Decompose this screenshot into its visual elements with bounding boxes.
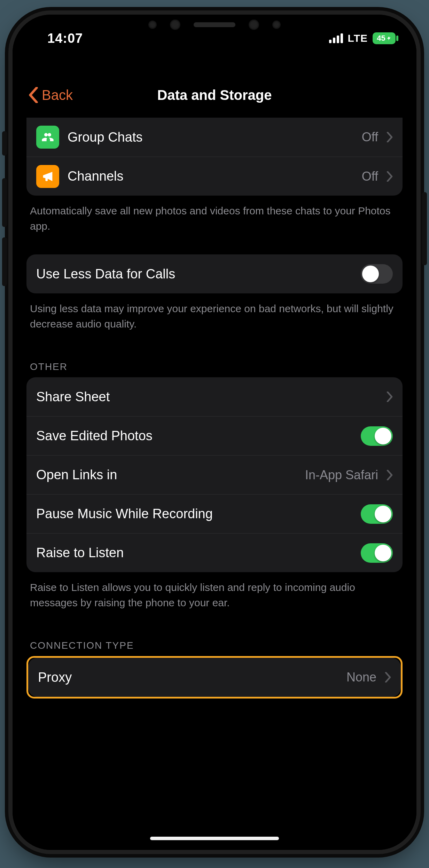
content: Group Chats Off Channels Off Automatical… bbox=[13, 118, 416, 850]
chevron-left-icon bbox=[29, 87, 38, 103]
row-group-chats[interactable]: Group Chats Off bbox=[26, 118, 403, 157]
chevron-right-icon bbox=[387, 470, 393, 480]
row-value: In-App Safari bbox=[305, 468, 378, 482]
channels-icon bbox=[36, 165, 59, 188]
row-channels[interactable]: Channels Off bbox=[26, 157, 403, 196]
row-label: Channels bbox=[68, 169, 353, 184]
other-footer: Raise to Listen allows you to quickly li… bbox=[26, 572, 403, 610]
battery-level: 45 bbox=[377, 34, 385, 43]
chevron-right-icon bbox=[385, 672, 391, 682]
calls-group: Use Less Data for Calls bbox=[26, 254, 403, 293]
row-save-edited-photos: Save Edited Photos bbox=[26, 416, 403, 455]
back-label: Back bbox=[42, 87, 73, 103]
row-label: Proxy bbox=[38, 670, 338, 685]
camera-icon bbox=[170, 19, 180, 30]
toggle-save-edited-photos[interactable] bbox=[361, 426, 393, 446]
row-share-sheet[interactable]: Share Sheet bbox=[26, 377, 403, 416]
toggle-less-data[interactable] bbox=[361, 264, 393, 284]
other-group: Share Sheet Save Edited Photos Open Link… bbox=[26, 377, 403, 572]
row-label: Open Links in bbox=[36, 467, 297, 482]
autosave-footer: Automatically save all new photos and vi… bbox=[26, 196, 403, 234]
status-time: 14:07 bbox=[47, 27, 83, 46]
row-label: Group Chats bbox=[68, 130, 353, 145]
row-label: Use Less Data for Calls bbox=[36, 267, 352, 282]
row-pause-music: Pause Music While Recording bbox=[26, 494, 403, 533]
row-label: Share Sheet bbox=[36, 389, 378, 404]
connection-header: CONNECTION TYPE bbox=[26, 640, 403, 656]
power-button bbox=[422, 192, 427, 265]
cellular-signal-icon bbox=[329, 33, 343, 43]
home-indicator[interactable] bbox=[150, 837, 279, 840]
chevron-right-icon bbox=[387, 392, 393, 402]
row-label: Pause Music While Recording bbox=[36, 506, 352, 521]
row-open-links[interactable]: Open Links in In-App Safari bbox=[26, 455, 403, 494]
phone-frame: 14:07 LTE 45 Back Dat bbox=[13, 15, 416, 850]
camera-icon bbox=[249, 19, 259, 30]
row-value: Off bbox=[362, 130, 378, 144]
sensor-icon bbox=[148, 21, 157, 29]
row-label: Raise to Listen bbox=[36, 545, 352, 560]
charging-icon bbox=[387, 35, 391, 42]
volume-up-button bbox=[2, 178, 7, 227]
notch bbox=[140, 15, 289, 35]
battery-indicator: 45 bbox=[373, 32, 396, 44]
row-value: None bbox=[346, 670, 376, 685]
highlight-proxy: Proxy None bbox=[26, 656, 403, 699]
page-title: Data and Storage bbox=[157, 87, 272, 103]
row-less-data: Use Less Data for Calls bbox=[26, 254, 403, 293]
autosave-group: Group Chats Off Channels Off bbox=[26, 118, 403, 196]
volume-down-button bbox=[2, 237, 7, 286]
network-label: LTE bbox=[348, 32, 368, 44]
chevron-right-icon bbox=[387, 171, 393, 182]
row-proxy[interactable]: Proxy None bbox=[28, 658, 401, 697]
row-value: Off bbox=[362, 169, 378, 184]
group-chats-icon bbox=[36, 126, 59, 149]
back-button[interactable]: Back bbox=[29, 87, 73, 103]
toggle-raise-to-listen[interactable] bbox=[361, 543, 393, 563]
speaker-icon bbox=[194, 22, 235, 27]
calls-footer: Using less data may improve your experie… bbox=[26, 293, 403, 331]
screen: 14:07 LTE 45 Back Dat bbox=[13, 15, 416, 850]
chevron-right-icon bbox=[387, 132, 393, 142]
nav-bar: Back Data and Storage bbox=[13, 80, 416, 110]
row-label: Save Edited Photos bbox=[36, 428, 352, 443]
sensor-icon bbox=[272, 21, 281, 29]
other-header: OTHER bbox=[26, 361, 403, 377]
connection-group: Proxy None bbox=[28, 658, 401, 697]
toggle-pause-music[interactable] bbox=[361, 504, 393, 524]
row-raise-to-listen: Raise to Listen bbox=[26, 533, 403, 572]
mute-switch bbox=[2, 131, 7, 156]
